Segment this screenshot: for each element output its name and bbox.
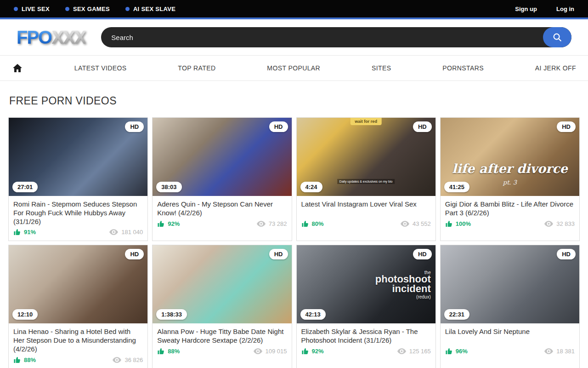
views-count: 36 826 <box>124 356 143 363</box>
video-thumbnail[interactable]: the photoshoot incident (redux) HD 42:13 <box>297 245 435 323</box>
nav-top-rated[interactable]: TOP RATED <box>178 64 215 72</box>
auth-links: Sign up Log in <box>515 6 574 12</box>
video-card: HD 22:31 Lila Lovely And Sir Neptune 96%… <box>440 245 580 368</box>
top-link-ai-sex-slave[interactable]: AI SEX SLAVE <box>125 6 175 12</box>
log-in-link[interactable]: Log in <box>556 6 574 12</box>
duration-badge: 38:03 <box>156 182 181 192</box>
thumbs-up-icon <box>157 220 165 228</box>
rating-value: 92% <box>168 220 180 227</box>
hd-badge: HD <box>413 121 432 132</box>
views-count: 73 282 <box>269 220 287 227</box>
video-card: HD 1:38:33 Alanna Pow - Huge Titty Babe … <box>152 245 292 368</box>
video-meta: Lila Lovely And Sir Neptune 96% 18 381 <box>441 323 579 360</box>
rating-value: 88% <box>24 356 36 363</box>
rating: 92% <box>157 220 180 228</box>
top-link-live-sex[interactable]: LIVE SEX <box>14 6 50 12</box>
video-thumbnail[interactable]: HD 27:01 <box>9 118 147 196</box>
eye-icon <box>254 348 262 354</box>
video-thumbnail[interactable]: HD 22:31 <box>441 245 579 323</box>
video-title[interactable]: Aderes Quin - My Stepson Can Never Know!… <box>157 200 287 218</box>
nav-most-popular[interactable]: MOST POPULAR <box>267 64 320 72</box>
video-title[interactable]: Latest Viral Instagram Lover Viral Sex <box>301 200 431 218</box>
hd-badge: HD <box>413 249 432 259</box>
thumbs-up-icon <box>301 220 309 228</box>
bullet-dot-icon <box>65 7 69 11</box>
video-stats: 92% 125 165 <box>301 347 431 355</box>
top-link-sex-games[interactable]: SEX GAMES <box>65 6 110 12</box>
video-title[interactable]: Alanna Pow - Huge Titty Babe Date Night … <box>157 328 287 345</box>
rating-value: 96% <box>456 348 468 355</box>
bullet-dot-icon <box>125 7 130 11</box>
views: 125 165 <box>397 348 431 355</box>
rating: 91% <box>13 228 36 236</box>
video-title[interactable]: Gigi Dior & Bambi Blitz - Life After Div… <box>445 200 575 218</box>
hd-badge: HD <box>269 121 288 132</box>
search-button[interactable] <box>543 27 571 47</box>
page-title: FREE PORN VIDEOS <box>9 95 588 107</box>
video-title[interactable]: Lina Henao - Sharing a Hotel Bed with He… <box>13 328 143 353</box>
video-thumbnail[interactable]: HD 1:38:33 <box>153 245 291 323</box>
video-thumbnail[interactable]: HD 38:03 <box>153 118 291 196</box>
hd-badge: HD <box>557 121 576 132</box>
site-logo[interactable]: FPOXXX <box>17 28 85 46</box>
video-meta: Romi Rain - Stepmom Seduces Stepson For … <box>9 196 147 241</box>
video-meta: Latest Viral Instagram Lover Viral Sex 8… <box>297 196 435 232</box>
video-card: HD 38:03 Aderes Quin - My Stepson Can Ne… <box>152 117 292 241</box>
rating-value: 88% <box>168 348 180 355</box>
bullet-dot-icon <box>14 7 18 11</box>
video-title[interactable]: Lila Lovely And Sir Neptune <box>445 328 575 345</box>
views: 18 381 <box>544 348 575 355</box>
rating: 96% <box>445 347 468 355</box>
rating-value: 91% <box>24 229 36 236</box>
video-card: the photoshoot incident (redux) HD 42:13… <box>296 245 436 368</box>
search-input[interactable] <box>101 27 543 47</box>
views-count: 18 381 <box>556 348 575 355</box>
video-stats: 80% 43 552 <box>301 220 431 228</box>
video-title[interactable]: Romi Rain - Stepmom Seduces Stepson For … <box>13 200 143 226</box>
video-meta: Elizabeth Skylar & Jessica Ryan - The Ph… <box>297 323 435 360</box>
hd-badge: HD <box>557 249 576 259</box>
nav-home-button[interactable] <box>12 63 23 74</box>
thumbnail-overlay-text: wait for red <box>350 118 382 125</box>
hd-badge: HD <box>269 249 288 259</box>
thumbs-up-icon <box>445 347 453 355</box>
duration-badge: 1:38:33 <box>156 309 187 320</box>
eye-icon <box>401 221 409 227</box>
video-thumbnail[interactable]: HD 12:10 <box>9 245 147 323</box>
views-count: 32 833 <box>556 220 575 227</box>
views-count: 109 015 <box>266 348 287 355</box>
video-title[interactable]: Elizabeth Skylar & Jessica Ryan - The Ph… <box>301 328 431 345</box>
video-thumbnail[interactable]: wait for red Daily updates & exclusives … <box>297 118 435 196</box>
rating: 88% <box>157 347 180 355</box>
logo-secondary: XXX <box>51 27 85 47</box>
nav-pornstars[interactable]: PORNSTARS <box>442 64 484 72</box>
rating-value: 80% <box>312 220 324 227</box>
top-bar-links: LIVE SEX SEX GAMES AI SEX SLAVE <box>14 6 175 12</box>
eye-icon <box>397 348 406 354</box>
video-meta: Lina Henao - Sharing a Hotel Bed with He… <box>9 323 147 368</box>
video-thumbnail[interactable]: life after divorce pt. 3 HD 41:25 <box>441 118 579 196</box>
nav-latest-videos[interactable]: LATEST VIDEOS <box>74 64 127 72</box>
video-meta: Gigi Dior & Bambi Blitz - Life After Div… <box>441 196 579 232</box>
eye-icon <box>544 348 553 354</box>
rating: 80% <box>301 220 324 228</box>
video-grid: HD 27:01 Romi Rain - Stepmom Seduces Ste… <box>8 117 580 368</box>
nav-sites[interactable]: SITES <box>372 64 391 72</box>
site-header: FPOXXX <box>0 19 588 55</box>
top-link-label: SEX GAMES <box>73 6 110 12</box>
video-meta: Aderes Quin - My Stepson Can Never Know!… <box>153 196 291 232</box>
sign-up-link[interactable]: Sign up <box>515 6 537 12</box>
duration-badge: 42:13 <box>300 309 326 320</box>
views-count: 181 040 <box>121 229 143 236</box>
search-icon <box>552 32 562 42</box>
thumbs-up-icon <box>13 228 21 236</box>
hd-badge: HD <box>125 249 144 259</box>
duration-badge: 12:10 <box>12 309 38 320</box>
video-card: HD 12:10 Lina Henao - Sharing a Hotel Be… <box>8 245 148 368</box>
nav-ai-jerk-off[interactable]: AI JERK OFF <box>535 64 576 72</box>
thumbs-up-icon <box>13 356 21 364</box>
video-stats: 88% 109 015 <box>157 347 287 355</box>
views: 73 282 <box>257 220 287 227</box>
thumbnail-overlay-text: the photoshoot incident (redux) <box>367 270 431 299</box>
rating: 92% <box>301 347 324 355</box>
